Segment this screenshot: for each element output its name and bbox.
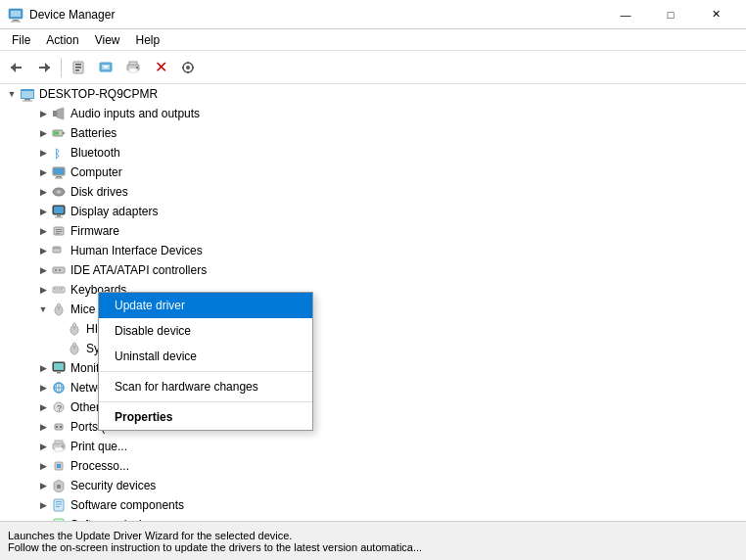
svg-rect-7 [39,67,50,69]
audio-expand[interactable]: ▶ [35,106,51,121]
computer-icon [51,164,67,180]
batteries-expand[interactable]: ▶ [35,125,51,141]
batteries-icon [51,125,67,141]
svg-rect-9 [75,64,81,66]
bluetooth-expand[interactable]: ▶ [35,145,51,161]
mice-expand[interactable]: ▼ [35,302,51,317]
batteries-label: Batteries [70,126,117,140]
maximize-button[interactable]: □ [648,0,693,29]
keyboards-icon [51,282,67,298]
title-text: Device Manager [29,8,115,22]
menu-help[interactable]: Help [128,31,168,49]
toolbar-scan[interactable] [175,55,201,80]
svg-rect-88 [57,464,61,468]
svg-rect-93 [56,506,60,507]
synap-icon [67,341,82,356]
toolbar-forward[interactable] [31,55,57,80]
ctx-update-driver[interactable]: Update driver [99,293,312,318]
toolbar-update-driver[interactable] [93,55,118,80]
ctx-uninstall-device[interactable]: Uninstall device [99,344,312,369]
ports-icon [51,419,67,435]
svg-rect-17 [129,69,137,72]
ctx-properties[interactable]: Properties [99,404,312,430]
menu-action[interactable]: Action [38,31,86,49]
menu-view[interactable]: View [87,31,128,49]
title-controls: — □ ✕ [603,0,738,29]
tree-item-hid[interactable]: ▶ Human Interface Devices [0,241,746,260]
security-label: Security devices [70,479,156,492]
software-comp-icon [51,497,67,513]
security-expand[interactable]: ▶ [35,478,51,493]
tree-item-software-dev[interactable]: ▶ Software devices [0,515,746,521]
svg-rect-10 [75,67,81,69]
svg-rect-37 [56,176,62,178]
ctx-scan-hardware[interactable]: Scan for hardware changes [99,374,312,399]
software-dev-expand[interactable]: ▶ [35,517,51,521]
svg-rect-52 [58,248,60,249]
svg-rect-5 [11,67,22,69]
audio-label: Audio inputs and outputs [70,107,200,120]
close-button[interactable]: ✕ [693,0,738,29]
display-label: Display adapters [70,205,158,218]
toolbar-back[interactable] [4,55,29,80]
print-expand[interactable]: ▶ [35,439,51,454]
tree-item-firmware[interactable]: ▶ Firmware [0,221,746,241]
keyboards-expand[interactable]: ▶ [35,282,51,298]
svg-rect-72 [54,363,64,370]
tree-item-display[interactable]: ▶ Display adapters [0,202,746,221]
status-line-2: Follow the on-screen instruction to upda… [8,541,738,553]
svg-rect-85 [55,447,63,451]
tree-item-audio[interactable]: ▶ Audio inputs and outputs [0,104,746,123]
software-comp-label: Software components [70,498,184,512]
svg-rect-11 [75,70,79,71]
software-comp-expand[interactable]: ▶ [35,497,51,513]
status-bar: Launches the Update Driver Wizard for th… [0,521,746,560]
tree-view[interactable]: ▼ DESKTOP-RQ9CPMR ▶ Audio inputs and out… [0,84,746,521]
tree-item-batteries[interactable]: ▶ Batteries [0,123,746,143]
svg-rect-47 [56,231,62,232]
toolbar-remove[interactable]: ✕ [148,55,173,80]
tree-item-disk[interactable]: ▶ Disk drives [0,182,746,202]
tree-item-security[interactable]: ▶ Security devices [0,476,746,495]
minimize-button[interactable]: — [603,0,648,29]
ports-expand[interactable]: ▶ [35,419,51,435]
computer-expand[interactable]: ▶ [35,164,51,180]
firmware-label: Firmware [70,224,119,238]
context-menu: Update driver Disable device Uninstall d… [98,292,313,431]
other-expand[interactable]: ▶ [35,399,51,415]
ctx-disable-device[interactable]: Disable device [99,318,312,344]
tree-item-bluetooth[interactable]: ▶ ᛒ Bluetooth [0,143,746,163]
firmware-icon [51,223,67,239]
print-label: Print que... [70,440,127,453]
svg-rect-1 [11,11,21,17]
svg-text:ᛒ: ᛒ [54,147,61,160]
hid-expand[interactable]: ▶ [35,243,51,258]
title-bar-left: Device Manager [8,7,115,23]
svg-rect-73 [57,372,61,374]
network-expand[interactable]: ▶ [35,380,51,396]
menu-file[interactable]: File [4,31,38,49]
disk-expand[interactable]: ▶ [35,184,51,200]
tree-root[interactable]: ▼ DESKTOP-RQ9CPMR [0,84,746,104]
monitors-expand[interactable]: ▶ [35,360,51,376]
ide-expand[interactable]: ▶ [35,262,51,278]
svg-point-40 [57,191,61,194]
toolbar-properties[interactable] [66,55,91,80]
tree-item-software-comp[interactable]: ▶ Software components [0,495,746,515]
display-expand[interactable]: ▶ [35,204,51,219]
svg-marker-30 [57,108,64,119]
svg-rect-29 [53,111,57,117]
tree-item-processor[interactable]: ▶ Processo... [0,456,746,476]
firmware-expand[interactable]: ▶ [35,223,51,239]
tree-item-computer[interactable]: ▶ Computer [0,163,746,182]
svg-rect-36 [54,168,64,174]
bluetooth-label: Bluetooth [70,146,120,160]
root-expand[interactable]: ▼ [4,86,20,102]
tree-item-ide[interactable]: ▶ IDE ATA/ATAPI controllers [0,260,746,280]
svg-rect-44 [55,217,63,218]
tree-item-print[interactable]: ▶ Print que... [0,437,746,456]
software-dev-icon [51,517,67,521]
svg-rect-48 [56,233,60,234]
processor-expand[interactable]: ▶ [35,458,51,474]
toolbar-print[interactable] [120,55,146,80]
